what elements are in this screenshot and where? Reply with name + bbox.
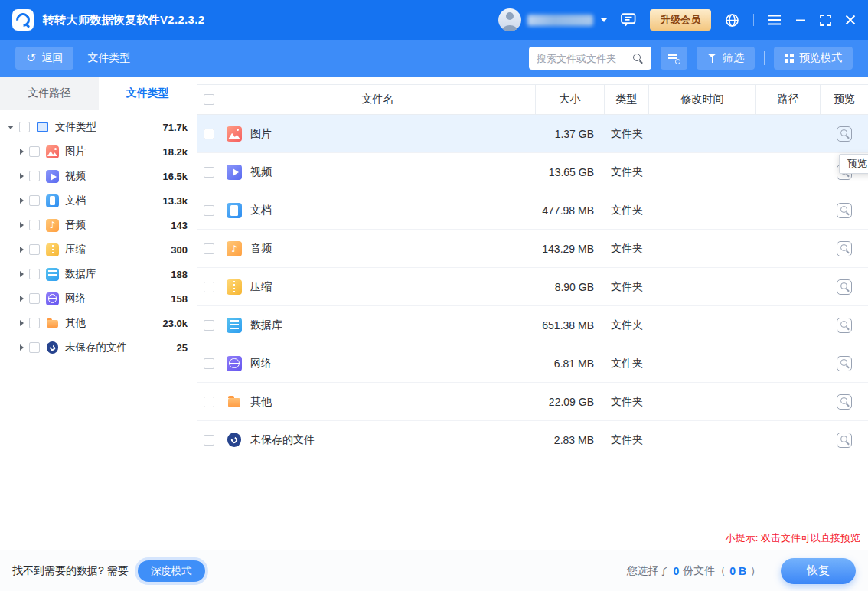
preview-mode-button[interactable]: 预览模式	[774, 47, 853, 70]
table-row[interactable]: 其他 22.09 GB 文件夹	[197, 383, 868, 421]
expand-arrow-icon[interactable]	[20, 149, 24, 155]
archive-folder-icon	[227, 279, 242, 295]
preview-icon[interactable]	[837, 318, 852, 333]
tree-item-count: 18.2k	[162, 146, 188, 158]
tree-item-images[interactable]: 图片 18.2k	[0, 139, 197, 164]
back-button[interactable]: ↺ 返回	[15, 47, 73, 70]
recover-button[interactable]: 恢复	[781, 558, 856, 584]
table-row[interactable]: 文档 477.98 MB 文件夹	[197, 191, 868, 230]
preview-icon[interactable]	[837, 241, 852, 256]
table-row[interactable]: 音频 143.29 MB 文件夹	[197, 230, 868, 268]
checkbox[interactable]	[204, 435, 214, 446]
checkbox[interactable]	[29, 269, 40, 279]
expand-arrow-icon[interactable]	[20, 173, 24, 179]
document-folder-icon	[227, 203, 242, 218]
preview-icon[interactable]	[837, 126, 852, 142]
checkbox[interactable]	[204, 320, 214, 331]
preview-icon[interactable]	[837, 394, 852, 410]
file-size: 6.81 MB	[536, 358, 605, 370]
expand-arrow-icon[interactable]	[20, 271, 24, 277]
chat-icon	[621, 13, 636, 27]
tree-item-archives[interactable]: 压缩 300	[0, 237, 197, 262]
expand-arrow-icon[interactable]	[20, 247, 24, 253]
selection-suffix: ）	[750, 564, 761, 578]
checkbox[interactable]	[29, 293, 40, 304]
minimize-button[interactable]	[795, 15, 806, 25]
checkbox[interactable]	[29, 220, 40, 230]
expand-arrow-icon[interactable]	[20, 222, 24, 228]
preview-icon[interactable]	[837, 279, 852, 295]
checkbox[interactable]	[204, 282, 214, 292]
account-menu[interactable]	[498, 8, 607, 31]
table-row[interactable]: 未保存的文件 2.83 MB 文件夹	[197, 421, 868, 459]
minimize-icon	[795, 15, 806, 25]
collapse-arrow-icon[interactable]	[8, 126, 14, 129]
audio-folder-icon	[227, 241, 242, 256]
checkbox[interactable]	[29, 244, 40, 255]
preview-mode-label: 预览模式	[799, 51, 842, 65]
filter-button[interactable]: 筛选	[697, 47, 755, 70]
message-button[interactable]	[621, 13, 636, 27]
checkbox[interactable]	[204, 358, 214, 369]
tab-file-path[interactable]: 文件路径	[0, 77, 99, 110]
close-button[interactable]	[845, 15, 856, 25]
tree-item-other[interactable]: 其他 23.0k	[0, 311, 197, 335]
globe-button[interactable]	[725, 13, 739, 28]
divider	[764, 51, 765, 65]
checkbox[interactable]	[29, 342, 40, 353]
tree-item-unsaved[interactable]: 未保存的文件 25	[0, 335, 197, 360]
file-name: 压缩	[250, 280, 272, 294]
checkbox[interactable]	[204, 397, 214, 407]
table-row[interactable]: 视频 13.65 GB 文件夹	[197, 153, 868, 191]
checkbox[interactable]	[29, 171, 40, 181]
file-size: 143.29 MB	[536, 243, 605, 255]
upgrade-vip-button[interactable]: 升级会员	[650, 9, 711, 31]
file-name: 未保存的文件	[250, 433, 315, 447]
tree-item-count: 143	[171, 220, 188, 231]
checkbox[interactable]	[29, 146, 40, 157]
file-name: 数据库	[250, 318, 282, 332]
expand-arrow-icon[interactable]	[20, 344, 24, 351]
table-row[interactable]: 压缩 8.90 GB 文件夹	[197, 268, 868, 306]
preview-icon[interactable]	[837, 356, 852, 371]
tree-item-database[interactable]: 数据库 188	[0, 262, 197, 286]
tree-item-network[interactable]: 网络 158	[0, 286, 197, 311]
archive-category-icon	[46, 243, 59, 256]
expand-arrow-icon[interactable]	[20, 320, 24, 326]
preview-icon[interactable]	[837, 203, 852, 218]
checkbox[interactable]	[204, 129, 214, 139]
tree-item-label: 网络	[65, 292, 86, 305]
checkbox[interactable]	[204, 167, 214, 178]
fullscreen-button[interactable]	[820, 15, 831, 26]
tree-item-documents[interactable]: 文档 13.3k	[0, 188, 197, 213]
checkbox[interactable]	[204, 243, 214, 254]
file-name: 文档	[250, 204, 272, 217]
selection-prefix: 您选择了	[626, 564, 669, 578]
grid-icon	[785, 54, 794, 63]
search-box[interactable]	[529, 47, 651, 70]
deep-mode-button[interactable]: 深度模式	[138, 560, 205, 582]
select-all-checkbox[interactable]	[204, 94, 214, 105]
checkbox[interactable]	[204, 205, 214, 216]
tab-file-type[interactable]: 文件类型	[99, 77, 197, 110]
image-category-icon	[46, 145, 59, 158]
tree-item-audio[interactable]: 音频 143	[0, 213, 197, 237]
expand-arrow-icon[interactable]	[20, 296, 24, 302]
file-size: 651.38 MB	[536, 319, 605, 331]
file-name: 图片	[250, 127, 272, 141]
checkbox[interactable]	[19, 122, 30, 132]
menu-button[interactable]	[768, 15, 782, 25]
tree-item-root[interactable]: 文件类型 71.7k	[0, 115, 197, 139]
search-icon[interactable]	[632, 53, 644, 64]
table-row[interactable]: 网络 6.81 MB 文件夹	[197, 344, 868, 383]
search-input[interactable]	[537, 53, 632, 64]
expand-arrow-icon[interactable]	[20, 198, 24, 204]
table-row[interactable]: 图片 1.37 GB 文件夹	[197, 115, 868, 153]
checkbox[interactable]	[29, 195, 40, 206]
list-search-button[interactable]	[661, 47, 687, 70]
file-size: 8.90 GB	[536, 281, 605, 293]
tree-item-videos[interactable]: 视频 16.5k	[0, 164, 197, 188]
preview-icon[interactable]	[837, 433, 852, 448]
table-row[interactable]: 数据库 651.38 MB 文件夹	[197, 306, 868, 344]
checkbox[interactable]	[29, 318, 40, 328]
